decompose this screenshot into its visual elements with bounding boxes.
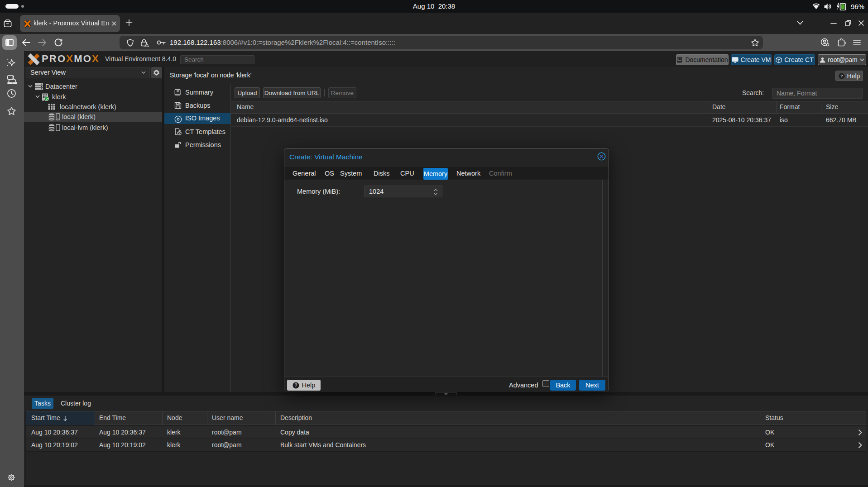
svg-text:?: ?: [840, 74, 843, 78]
svg-text:?: ?: [294, 383, 297, 388]
